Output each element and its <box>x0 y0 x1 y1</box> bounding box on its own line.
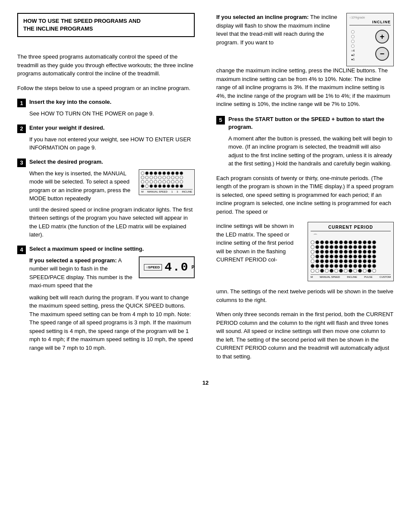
step-3-number: 3 <box>17 159 26 167</box>
incline-section: If you selected an incline program: The … <box>216 13 394 109</box>
step-3-body-post: until the desired speed or incline progr… <box>29 206 193 238</box>
step-5-title: Press the START button or the SPEED + bu… <box>228 115 394 131</box>
current-period-text: incline settings will be shown in the LE… <box>216 222 302 264</box>
ending-paragraph: When only three seconds remain in the fi… <box>216 310 394 361</box>
step-5: 5 Press the START button or the SPEED + … <box>216 115 394 168</box>
step-1-title: Insert the key into the console. <box>29 98 112 106</box>
intro-para2: Follow the steps below to use a speed pr… <box>17 84 195 93</box>
cp-led-grid <box>311 240 391 273</box>
title-line2: THE INCLINE PROGRAMS <box>23 25 189 33</box>
speed-number: 4.0 <box>165 261 189 274</box>
page-container: HOW TO USE THE SPEED PROGRAMS AND THE IN… <box>17 13 394 386</box>
incline-minus-btn[interactable]: − <box>375 47 389 61</box>
step-3-title: Select the desired program. <box>29 158 103 166</box>
title-box: HOW TO USE THE SPEED PROGRAMS AND THE IN… <box>17 13 195 37</box>
step-5-body: A moment after the button is pressed, th… <box>228 134 394 168</box>
incline-display-image: ○10%grade INCLINE ○4 ●2 <box>346 13 394 66</box>
step-1: 1 Insert the key into the console. See H… <box>17 98 195 118</box>
left-column: HOW TO USE THE SPEED PROGRAMS AND THE IN… <box>17 13 199 367</box>
step-5-number: 5 <box>216 116 225 124</box>
speed-label: ○SPEED <box>144 264 162 271</box>
page-number: 12 <box>17 380 394 386</box>
step-4-number: 4 <box>17 246 26 254</box>
title-line1: HOW TO USE THE SPEED PROGRAMS AND <box>23 17 189 25</box>
speed-p: P <box>191 265 194 270</box>
incline-body-rest: change the maximum incline setting, pres… <box>216 66 394 109</box>
step-1-body: See HOW TO TURN ON THE POWER on page 9. <box>29 109 195 118</box>
step-3-console-image: MMANUAL SPEED13INCLINE <box>139 169 195 195</box>
right-column: If you selected an incline program: The … <box>212 13 394 367</box>
current-period-section: incline settings will be shown in the LE… <box>216 222 394 281</box>
speed-program-label: If you selected a speed program: <box>29 257 117 264</box>
period-continuation: umn. The settings of the next twelve per… <box>216 287 394 304</box>
step-2-title: Enter your weight if desired. <box>29 124 105 132</box>
step-3-body-pre: When the key is inserted, the MANUAL mod… <box>29 170 131 202</box>
incline-program-label: If you selected an incline program: <box>216 14 309 20</box>
period-section: Each program consists of twenty or thirt… <box>216 174 394 305</box>
current-period-label: CURRENT PERIOD <box>311 225 391 231</box>
current-period-display: CURRENT PERIOD ⌒ <box>308 222 394 281</box>
speed-display-image: ○SPEED 4.0 P <box>139 256 195 278</box>
intro-para1: The three speed programs automatically c… <box>17 53 195 78</box>
step-2-number: 2 <box>17 124 26 133</box>
step-2: 2 Enter your weight if desired. If you h… <box>17 124 195 152</box>
step-4: 4 Select a maximum speed or incline sett… <box>17 245 195 352</box>
speed-program-body-rest: walking belt will reach during the progr… <box>29 293 195 352</box>
step-2-body: If you have not entered your weight, see… <box>29 135 195 152</box>
step-3: 3 Select the desired program. When the k… <box>17 158 195 239</box>
step-1-number: 1 <box>17 99 26 107</box>
incline-plus-btn[interactable]: + <box>375 30 389 44</box>
incline-label: INCLINE <box>349 20 391 25</box>
step-4-title: Select a maximum speed or incline settin… <box>29 245 144 253</box>
